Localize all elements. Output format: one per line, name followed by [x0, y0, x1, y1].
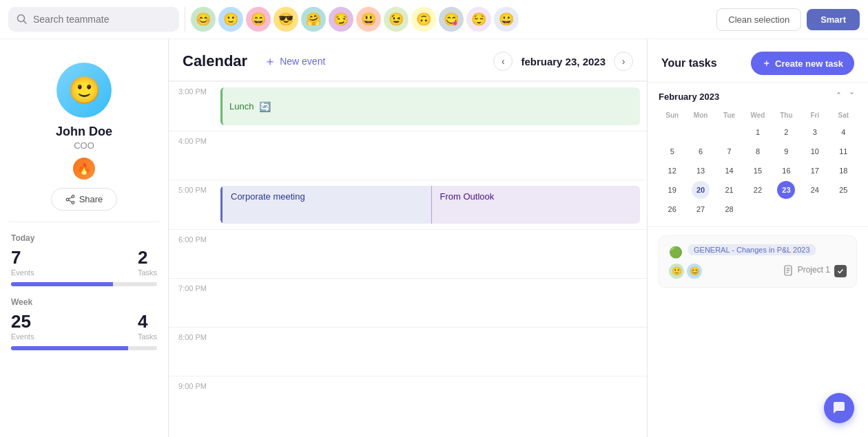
mini-cal-day-10[interactable]: 10 [806, 142, 824, 160]
create-task-button[interactable]: ＋ Create new task [751, 52, 854, 75]
profile-title: COO [74, 140, 94, 151]
week-stats-row: 25 Events 4 Tasks [11, 311, 157, 341]
mini-cal-title: February 2023 [659, 92, 719, 102]
today-tasks-label: Tasks [138, 268, 157, 277]
mini-cal-day-16[interactable]: 16 [777, 162, 795, 180]
create-task-plus-icon: ＋ [762, 57, 771, 70]
today-events-bar [11, 282, 113, 286]
mini-cal-day-22[interactable]: 22 [749, 181, 767, 199]
mini-cal-header: February 2023 ˄ ˅ [659, 91, 857, 102]
slot-4pm [214, 131, 647, 180]
avatar-5[interactable]: 🤗 [301, 7, 326, 32]
lunch-title: Lunch [229, 101, 254, 111]
task-assignee-avatars: 🙂 😊 [669, 264, 702, 279]
time-label-6pm: 6:00 PM [169, 230, 214, 244]
task-avatar-1: 🙂 [669, 264, 684, 279]
week-events-label: Events [11, 332, 34, 341]
avatar-7[interactable]: 😃 [356, 7, 381, 32]
mini-cal-day-9[interactable]: 9 [777, 142, 795, 160]
time-label-4pm: 4:00 PM [169, 131, 214, 145]
avatar-4[interactable]: 😎 [273, 7, 298, 32]
task-document-button[interactable] [783, 265, 794, 278]
document-icon [783, 265, 794, 276]
chat-bubble-button[interactable] [824, 393, 854, 423]
new-event-label: New event [280, 56, 325, 67]
avatar-2[interactable]: 🙂 [218, 7, 243, 32]
mini-cal-day-8[interactable]: 8 [749, 142, 767, 160]
task-check-button[interactable] [834, 265, 847, 278]
mini-cal-day-23-today[interactable]: 23 [777, 181, 795, 199]
mini-cal-day-4[interactable]: 4 [834, 123, 852, 141]
mini-cal-day-1[interactable]: 1 [749, 123, 767, 141]
right-panel: Your tasks ＋ Create new task February 20… [648, 39, 868, 437]
mini-cal-next-button[interactable]: ˅ [847, 91, 857, 102]
week-events-stat: 25 Events [11, 311, 34, 341]
mini-cal-day-5[interactable]: 5 [663, 142, 681, 160]
share-button[interactable]: Share [51, 188, 118, 211]
mini-cal-day-17[interactable]: 17 [806, 162, 824, 180]
clean-selection-button[interactable]: Clean selection [716, 8, 801, 31]
mini-cal-day-20-mon[interactable]: 20 [692, 181, 710, 199]
main-content: Calendar ＋ New event ‹ february 23, 2023… [169, 39, 648, 437]
calendar-title: Calendar [183, 52, 247, 70]
mini-cal-day-24[interactable]: 24 [806, 181, 824, 199]
today-progress-bar [11, 282, 157, 286]
time-slot-6pm: 6:00 PM [169, 229, 647, 278]
search-input[interactable] [33, 14, 171, 25]
mini-cal-grid: Sun Mon Tue Wed Thu Fri Sat 1 2 3 4 [659, 109, 857, 218]
avatar-10[interactable]: 😋 [439, 7, 464, 32]
calendar-header: Calendar ＋ New event ‹ february 23, 2023… [169, 39, 647, 81]
slot-6pm [214, 230, 647, 278]
smart-button[interactable]: Smart [807, 9, 860, 30]
mini-cal-day-7[interactable]: 7 [721, 142, 738, 160]
mini-cal-day-28[interactable]: 28 [721, 200, 738, 218]
mini-cal-day-25[interactable]: 25 [834, 181, 852, 199]
profile-name: John Doe [56, 125, 112, 139]
mini-cal-header-mon: Mon [687, 109, 714, 122]
profile-badge: 🔥 [73, 158, 95, 180]
next-date-button[interactable]: › [614, 52, 633, 71]
time-slot-9pm: 9:00 PM [169, 376, 647, 425]
mini-cal-empty-5 [777, 200, 795, 218]
slot-8pm [214, 328, 647, 376]
mini-cal-day-21[interactable]: 21 [721, 181, 738, 199]
mini-cal-day-11[interactable]: 11 [834, 142, 852, 160]
avatar-12[interactable]: 😀 [494, 7, 519, 32]
prev-date-button[interactable]: ‹ [493, 52, 513, 71]
mini-cal-day-6[interactable]: 6 [692, 142, 710, 160]
mini-cal-day-19[interactable]: 19 [663, 181, 681, 199]
avatar-11[interactable]: 😌 [466, 7, 491, 32]
mini-cal-day-15[interactable]: 15 [749, 162, 767, 180]
svg-line-5 [68, 197, 72, 199]
mini-cal-prev-button[interactable]: ˄ [834, 91, 844, 102]
mini-cal-day-2[interactable]: 2 [777, 123, 795, 141]
mini-cal-day-18[interactable]: 18 [834, 162, 852, 180]
mini-cal-day-3[interactable]: 3 [806, 123, 824, 141]
today-events-stat: 7 Events [11, 247, 34, 277]
avatar-1[interactable]: 😊 [191, 7, 216, 32]
mini-cal-day-14[interactable]: 14 [721, 162, 738, 180]
time-slot-3pm: 3:00 PM Lunch 🔄 [169, 81, 647, 131]
time-label-7pm: 7:00 PM [169, 279, 214, 292]
corporate-meeting-event[interactable]: Corporate meeting From Outlook [220, 186, 640, 224]
mini-cal-day-12[interactable]: 12 [663, 162, 681, 180]
week-events-value: 25 [11, 311, 34, 332]
lunch-event[interactable]: Lunch 🔄 [220, 87, 640, 125]
current-date-label: february 23, 2023 [521, 56, 606, 67]
mini-cal-day-13[interactable]: 13 [692, 162, 710, 180]
tasks-title: Your tasks [661, 57, 717, 70]
today-tasks-stat: 2 Tasks [138, 247, 157, 277]
divider [185, 7, 185, 32]
avatar-8[interactable]: 😉 [384, 7, 409, 32]
mini-cal-day-26[interactable]: 26 [663, 200, 681, 218]
search-container [8, 7, 179, 32]
new-event-button[interactable]: ＋ New event [258, 50, 331, 72]
share-label: Share [79, 194, 103, 204]
profile-section: 🙂 John Doe COO 🔥 Share [8, 49, 160, 222]
time-label-3pm: 3:00 PM [169, 82, 214, 96]
mini-cal-day-27[interactable]: 27 [692, 200, 710, 218]
mini-calendar: February 2023 ˄ ˅ Sun Mon Tue Wed Thu Fr… [648, 83, 868, 227]
avatar-3[interactable]: 😄 [246, 7, 271, 32]
avatar-9[interactable]: 🙃 [411, 7, 436, 32]
avatar-6[interactable]: 😏 [329, 7, 353, 32]
